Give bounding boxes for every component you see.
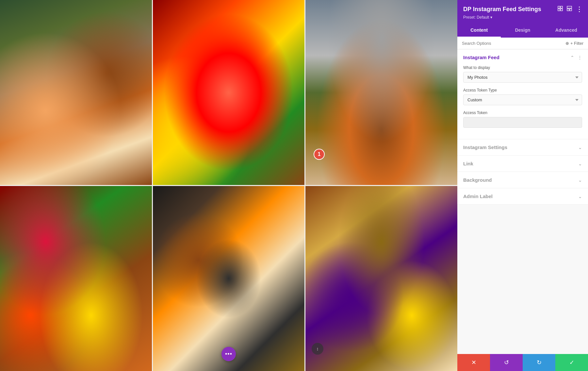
search-input[interactable] bbox=[462, 41, 565, 46]
undo-icon: ↺ bbox=[504, 359, 509, 366]
photo-6 bbox=[305, 186, 457, 371]
access-token-type-label: Access Token Type bbox=[463, 88, 582, 93]
chevron-down-icon-instagram[interactable]: ⌄ bbox=[578, 145, 582, 150]
access-token-field: Access Token bbox=[463, 110, 582, 128]
access-token-label: Access Token bbox=[463, 110, 582, 115]
section-link: Link ⌄ bbox=[457, 156, 588, 172]
what-to-display-label: What to display bbox=[463, 65, 582, 70]
section-admin-label-title: Admin Label bbox=[463, 194, 493, 199]
more-vertical-icon[interactable]: ⋮ bbox=[576, 5, 582, 13]
panel-title: DP Instagram Feed Settings bbox=[463, 6, 541, 13]
tab-advanced[interactable]: Advanced bbox=[545, 24, 588, 38]
section-instagram-feed-body: What to display My Photos Access Token T… bbox=[457, 65, 588, 139]
section-instagram-feed-title: Instagram Feed bbox=[463, 55, 499, 60]
photo-grid bbox=[0, 0, 457, 371]
save-button[interactable]: ✓ bbox=[555, 354, 588, 371]
panel-preset[interactable]: Preset: Default ▾ bbox=[463, 15, 582, 20]
layout-icon[interactable] bbox=[567, 6, 572, 12]
panel-header: DP Instagram Feed Settings bbox=[457, 0, 588, 24]
svg-rect-1 bbox=[561, 6, 563, 8]
section-background-title: Background bbox=[463, 177, 492, 183]
svg-rect-2 bbox=[558, 9, 560, 11]
access-token-input[interactable] bbox=[463, 117, 582, 128]
section-instagram-feed-header[interactable]: Instagram Feed ⌃ ⋮ bbox=[457, 49, 588, 65]
section-instagram-settings-header[interactable]: Instagram Settings ⌄ bbox=[457, 139, 588, 155]
cancel-button[interactable]: ✕ bbox=[457, 354, 490, 371]
cancel-icon: ✕ bbox=[471, 359, 476, 366]
svg-rect-0 bbox=[558, 6, 560, 8]
tab-content[interactable]: Content bbox=[457, 24, 501, 38]
section-more-icon[interactable]: ⋮ bbox=[578, 55, 582, 60]
filter-label: + Filter bbox=[570, 41, 583, 46]
section-instagram-settings-title: Instagram Settings bbox=[463, 144, 507, 150]
tab-bar: Content Design Advanced bbox=[457, 24, 588, 38]
access-token-type-field: Access Token Type Custom bbox=[463, 88, 582, 105]
panel-header-icons: ⋮ bbox=[558, 5, 582, 13]
section-link-header[interactable]: Link ⌄ bbox=[457, 156, 588, 172]
search-bar: ⊕ + Filter bbox=[457, 38, 588, 49]
what-to-display-field: What to display My Photos bbox=[463, 65, 582, 83]
filter-icon: ⊕ bbox=[565, 41, 569, 46]
section-instagram-feed: Instagram Feed ⌃ ⋮ What to display My Ph… bbox=[457, 49, 588, 139]
section-admin-label: Admin Label ⌄ bbox=[457, 188, 588, 205]
photo-2 bbox=[153, 0, 305, 185]
action-bar: ✕ ↺ ↻ ✓ bbox=[457, 354, 588, 371]
tab-design[interactable]: Design bbox=[501, 24, 544, 38]
photo-5 bbox=[153, 186, 305, 371]
scroll-indicator: ↕ bbox=[312, 343, 323, 355]
dots-menu-button[interactable]: ••• bbox=[221, 347, 236, 361]
svg-rect-4 bbox=[567, 6, 572, 8]
photo-3 bbox=[305, 0, 457, 185]
redo-button[interactable]: ↻ bbox=[523, 354, 555, 371]
what-to-display-select[interactable]: My Photos bbox=[463, 72, 582, 83]
redo-icon: ↻ bbox=[537, 359, 542, 366]
photo-4 bbox=[0, 186, 152, 371]
filter-button[interactable]: ⊕ + Filter bbox=[565, 41, 583, 46]
section-background-header[interactable]: Background ⌄ bbox=[457, 172, 588, 188]
section-link-title: Link bbox=[463, 161, 473, 166]
section-admin-label-header[interactable]: Admin Label ⌄ bbox=[457, 188, 588, 204]
expand-icon[interactable] bbox=[558, 6, 563, 12]
save-icon: ✓ bbox=[569, 359, 574, 366]
chevron-down-icon-link[interactable]: ⌄ bbox=[578, 161, 582, 166]
panel-content: Instagram Feed ⌃ ⋮ What to display My Ph… bbox=[457, 49, 588, 354]
dots-icon: ••• bbox=[225, 351, 232, 358]
photo-1 bbox=[0, 0, 152, 185]
chevron-up-icon[interactable]: ⌃ bbox=[570, 55, 574, 60]
svg-rect-6 bbox=[570, 9, 572, 11]
access-token-type-select[interactable]: Custom bbox=[463, 94, 582, 105]
section-instagram-feed-icons: ⌃ ⋮ bbox=[570, 55, 582, 60]
svg-rect-3 bbox=[561, 9, 563, 11]
chevron-down-icon-admin[interactable]: ⌄ bbox=[578, 194, 582, 199]
chevron-down-icon-background[interactable]: ⌄ bbox=[578, 177, 582, 183]
settings-panel: DP Instagram Feed Settings bbox=[457, 0, 588, 371]
section-background: Background ⌄ bbox=[457, 172, 588, 188]
section-instagram-settings: Instagram Settings ⌄ bbox=[457, 139, 588, 156]
step-indicator-badge: 1 bbox=[314, 149, 325, 160]
svg-rect-5 bbox=[567, 9, 569, 11]
undo-button[interactable]: ↺ bbox=[490, 354, 523, 371]
